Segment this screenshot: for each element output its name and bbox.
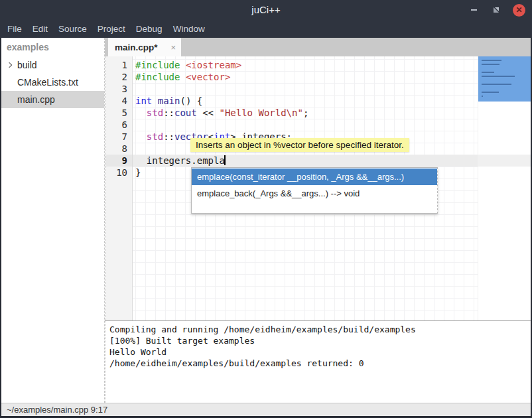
minimap-code-line xyxy=(482,84,511,85)
code-token: integers.empla xyxy=(135,155,225,166)
code-line[interactable]: #include <vector> xyxy=(133,71,531,83)
code-token xyxy=(135,107,147,118)
sidebar-file-list: buildCMakeLists.txtmain.cpp xyxy=(1,56,104,108)
status-file-path: ~/examples/main.cpp 9:17 xyxy=(7,405,107,415)
close-icon: ✕ xyxy=(515,6,522,14)
code-token xyxy=(152,96,157,106)
code-token xyxy=(180,72,185,82)
code-line[interactable]: std::cout << "Hello World\n"; xyxy=(133,107,531,119)
minimize-icon xyxy=(471,9,477,11)
sidebar-item-cmakelists-txt[interactable]: CMakeLists.txt xyxy=(1,74,104,91)
window-title: juCi++ xyxy=(0,0,532,20)
code-token: :: xyxy=(163,131,174,142)
minimap-code-line xyxy=(482,76,515,77)
menu-bar: FileEditSourceProjectDebugWindow xyxy=(0,20,532,38)
code-token: int xyxy=(135,96,152,106)
code-text-area[interactable]: #include <iostream>#include <vector>int … xyxy=(133,56,531,320)
line-number: 3 xyxy=(105,83,132,95)
code-line[interactable]: #include <iostream> xyxy=(133,59,531,71)
line-number: 8 xyxy=(105,143,132,155)
code-token: std xyxy=(147,131,163,142)
file-label: CMakeLists.txt xyxy=(1,77,78,88)
autocomplete-item[interactable]: emplace(const_iterator __position, _Args… xyxy=(192,169,437,185)
autocomplete-popup: emplace(const_iterator __position, _Args… xyxy=(191,167,438,214)
app-window: juCi++ ✕ FileEditSourceProjectDebugWindo… xyxy=(0,0,532,418)
line-number: 7 xyxy=(105,131,132,143)
line-number: 5 xyxy=(105,107,132,119)
status-bar: ~/examples/main.cpp 9:17 xyxy=(1,403,531,416)
code-token: "Hello World\n" xyxy=(219,107,302,118)
code-editor[interactable]: 12345678910 #include <iostream>#include … xyxy=(105,56,531,320)
code-token: () { xyxy=(180,96,202,106)
menu-item-edit[interactable]: Edit xyxy=(27,21,53,36)
code-token: cout xyxy=(174,107,197,118)
file-label: build xyxy=(16,60,37,70)
minimap-code-line xyxy=(482,96,483,97)
file-label: main.cpp xyxy=(1,94,55,105)
sidebar-item-main-cpp[interactable]: main.cpp xyxy=(1,91,104,108)
tab-label: main.cpp* xyxy=(115,42,158,52)
terminal-line: Hello World xyxy=(109,346,527,358)
code-token: :: xyxy=(163,107,174,118)
main-panel: main.cpp* × 12345678910 #include <iostre… xyxy=(105,38,531,403)
line-number-gutter: 12345678910 xyxy=(105,56,133,320)
terminal-output[interactable]: Compiling and running /home/eidheim/exam… xyxy=(105,320,531,403)
line-number: 6 xyxy=(105,119,132,131)
code-token: main xyxy=(158,96,180,106)
minimap[interactable] xyxy=(478,56,531,320)
doc-tooltip: Inserts an object in %vector before spec… xyxy=(190,138,409,152)
text-cursor xyxy=(224,155,226,165)
window-body: examples buildCMakeLists.txtmain.cpp mai… xyxy=(1,38,531,403)
menu-item-file[interactable]: File xyxy=(2,21,27,36)
minimap-code-line xyxy=(482,60,501,61)
menu-item-window[interactable]: Window xyxy=(168,21,210,36)
line-number: 2 xyxy=(105,71,132,83)
code-token: <vector> xyxy=(186,72,230,82)
restore-button[interactable] xyxy=(490,4,502,16)
code-token: ; xyxy=(303,107,308,118)
file-tree-panel: examples buildCMakeLists.txtmain.cpp xyxy=(1,38,105,403)
sidebar-item-build[interactable]: build xyxy=(1,56,104,74)
line-number: 1 xyxy=(105,59,132,71)
minimap-code-line xyxy=(482,92,499,93)
tab-main-cpp[interactable]: main.cpp* × xyxy=(108,38,181,56)
code-line[interactable] xyxy=(133,83,531,95)
minimize-button[interactable] xyxy=(468,4,480,16)
code-lines: #include <iostream>#include <vector>int … xyxy=(133,59,531,178)
minimap-viewport[interactable] xyxy=(478,56,531,102)
project-name-header: examples xyxy=(1,38,104,56)
tab-bar: main.cpp* × xyxy=(105,38,531,56)
close-button[interactable]: ✕ xyxy=(513,4,525,17)
code-token xyxy=(180,60,185,70)
code-line[interactable]: integers.empla xyxy=(133,155,531,167)
window-controls: ✕ xyxy=(468,0,525,20)
autocomplete-item[interactable]: emplace_back(_Args &&__args...) --> void xyxy=(192,185,437,202)
code-token: std xyxy=(147,107,163,118)
code-token: <iostream> xyxy=(186,60,241,70)
terminal-line: [100%] Built target examples xyxy=(109,335,527,346)
minimap-code-line xyxy=(482,72,494,73)
terminal-line: /home/eidheim/examples/build/examples re… xyxy=(109,358,527,369)
tab-close-icon[interactable]: × xyxy=(166,42,176,52)
code-line[interactable] xyxy=(133,119,531,131)
minimap-code-line xyxy=(482,64,499,65)
expander-icon[interactable] xyxy=(7,62,12,68)
terminal-line: Compiling and running /home/eidheim/exam… xyxy=(109,324,527,335)
code-token xyxy=(135,131,147,142)
code-token: #include xyxy=(135,60,180,70)
line-number: 9 xyxy=(105,155,132,167)
menu-item-debug[interactable]: Debug xyxy=(131,21,168,36)
menu-item-source[interactable]: Source xyxy=(53,21,92,36)
minimap-currentline-mark xyxy=(478,155,531,167)
line-number: 4 xyxy=(105,95,132,107)
code-line[interactable]: int main() { xyxy=(133,95,531,107)
title-bar[interactable]: juCi++ ✕ xyxy=(0,0,532,20)
code-token: << xyxy=(197,107,220,118)
code-token: } xyxy=(135,167,141,178)
line-number: 10 xyxy=(105,167,132,178)
code-token: #include xyxy=(135,72,180,82)
restore-icon xyxy=(492,6,500,14)
menu-item-project[interactable]: Project xyxy=(92,21,131,36)
